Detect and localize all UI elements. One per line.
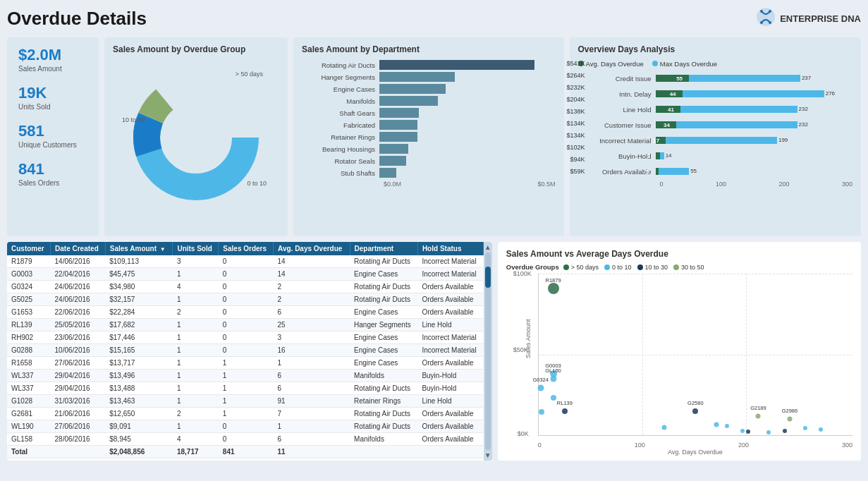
scroll-down-button[interactable]: ▼ bbox=[484, 451, 491, 459]
cell-sales-10: $13,488 bbox=[105, 382, 173, 395]
cell-units-11: 1 bbox=[173, 395, 219, 408]
col-dept[interactable]: Department bbox=[350, 242, 417, 255]
table-row-5: RL139 25/05/2016 $17,682 1 0 25 Hanger S… bbox=[7, 319, 483, 331]
cell-customer-0: R1879 bbox=[7, 255, 51, 268]
scatter-point-G1537 bbox=[746, 430, 750, 434]
overview-bars-1: 44 276 bbox=[656, 87, 852, 100]
kpi-orders-value: 841 bbox=[18, 160, 87, 178]
dept-bar-label-4: Shaft Gears bbox=[302, 109, 379, 117]
cell-dept-0: Rotating Air Ducts bbox=[350, 255, 417, 268]
col-orders[interactable]: Sales Orders bbox=[219, 242, 274, 255]
dept-chart-area: Rotating Air Ducts $541K Hanger Segments… bbox=[302, 60, 556, 229]
scatter-label-G2189: G2189 bbox=[750, 405, 766, 411]
page-title: Overdue Details bbox=[7, 8, 147, 30]
max-bar-4 bbox=[656, 137, 777, 144]
scatter-point-G1408 bbox=[725, 424, 729, 428]
cell-units-14: 4 bbox=[173, 433, 219, 446]
bottom-section: Customer Date Created Sales Amount ▼ Uni… bbox=[7, 242, 861, 461]
col-customer[interactable]: Customer bbox=[7, 242, 51, 255]
gridline-v2 bbox=[746, 274, 747, 435]
col-avgdays[interactable]: Avg. Days Overdue bbox=[274, 242, 350, 255]
table-body: R1879 14/06/2016 $109,113 3 0 14 Rotatin… bbox=[7, 255, 483, 458]
cell-units-5: 1 bbox=[173, 319, 219, 331]
cell-date-5: 25/05/2016 bbox=[51, 319, 106, 331]
cell-customer-5: RL139 bbox=[7, 319, 51, 331]
overview-label-4: Incorrect Material bbox=[578, 137, 656, 145]
dept-bar-label-8: Rotator Seals bbox=[302, 157, 379, 165]
overview-chart-area: Credit Issue 55 237 Intn. Delay 44 276 L… bbox=[578, 72, 852, 188]
cell-sales-1: $45,475 bbox=[105, 268, 173, 281]
ov-axis-2: 200 bbox=[778, 181, 789, 188]
total-orders: 841 bbox=[219, 446, 274, 458]
dept-bar-value-9: $59K bbox=[570, 168, 585, 175]
dept-bar-track-8: $94K bbox=[379, 156, 556, 166]
scroll-track[interactable] bbox=[485, 252, 491, 450]
cell-orders-5: 0 bbox=[219, 319, 274, 331]
cell-avgdays-6: 3 bbox=[274, 331, 350, 344]
table-total-row: Total $2,048,856 18,717 841 11 bbox=[7, 446, 483, 458]
cell-date-12: 21/06/2016 bbox=[51, 408, 106, 420]
donut-chart-title: Sales Amount by Overdue Group bbox=[113, 44, 279, 54]
gridline-top bbox=[539, 274, 852, 274]
scatter-legend-area: Overdue Groups > 50 days0 to 1010 to 303… bbox=[506, 263, 852, 271]
overview-row-2: Line Hold 41 232 bbox=[578, 103, 852, 116]
dept-bar-label-2: Engine Cases bbox=[302, 85, 379, 93]
gridline-v1 bbox=[642, 274, 643, 435]
table-row-14: GL158 28/06/2016 $8,945 4 0 6 Manifolds … bbox=[7, 433, 483, 446]
kpi-sales-orders: 841 Sales Orders bbox=[18, 160, 87, 187]
dept-bar-fill-5 bbox=[379, 120, 417, 130]
cell-avgdays-0: 14 bbox=[274, 255, 350, 268]
scatter-point-F0126 bbox=[661, 425, 666, 430]
dept-bar-fill-7 bbox=[379, 144, 408, 154]
scatter-point-R1879 bbox=[548, 283, 559, 294]
dept-bar-track-1: $264K bbox=[379, 72, 556, 82]
col-date[interactable]: Date Created bbox=[51, 242, 106, 255]
x-axis-title: Avg. Days Overdue bbox=[668, 449, 723, 456]
avg-bar-5 bbox=[656, 152, 660, 159]
cell-date-2: 24/06/2016 bbox=[51, 281, 106, 293]
cell-avgdays-4: 6 bbox=[274, 306, 350, 319]
cell-customer-2: G0324 bbox=[7, 281, 51, 293]
table-section: Customer Date Created Sales Amount ▼ Uni… bbox=[7, 242, 492, 461]
overview-label-2: Line Hold bbox=[578, 106, 656, 114]
dept-bar-value-4: $138K bbox=[566, 108, 585, 115]
max-bar-6 bbox=[656, 168, 690, 175]
dept-bar-label-5: Fabricated bbox=[302, 121, 379, 129]
col-sales[interactable]: Sales Amount ▼ bbox=[105, 242, 173, 255]
kpi-units-label: Units Sold bbox=[18, 103, 87, 111]
cell-orders-8: 1 bbox=[219, 357, 274, 370]
dept-bar-fill-8 bbox=[379, 156, 406, 166]
cell-orders-2: 0 bbox=[219, 281, 274, 293]
col-hold[interactable]: Hold Status bbox=[417, 242, 483, 255]
col-units[interactable]: Units Sold bbox=[173, 242, 219, 255]
cell-hold-10: Buyin-Hold bbox=[417, 382, 483, 395]
scatter-legend-item-3: 30 to 50 bbox=[673, 264, 704, 271]
legend-avg: Avg. Days Overdue bbox=[578, 60, 644, 68]
scatter-point-G0000 bbox=[766, 430, 771, 434]
table-wrapper: Customer Date Created Sales Amount ▼ Uni… bbox=[7, 242, 484, 461]
kpi-unique-customers: 581 Unique Customers bbox=[18, 122, 87, 149]
cell-hold-4: Orders Available bbox=[417, 306, 483, 319]
max-val-4: 199 bbox=[778, 137, 788, 143]
max-val-1: 276 bbox=[826, 90, 835, 97]
kpi-orders-label: Sales Orders bbox=[18, 179, 87, 187]
cell-hold-8: Orders Available bbox=[417, 357, 483, 370]
cell-avgdays-12: 7 bbox=[274, 408, 350, 420]
cell-date-1: 22/04/2016 bbox=[51, 268, 106, 281]
scroll-up-button[interactable]: ▲ bbox=[484, 243, 491, 251]
cell-sales-5: $17,682 bbox=[105, 319, 173, 331]
scroll-thumb[interactable] bbox=[485, 267, 491, 288]
max-val-6: 55 bbox=[690, 168, 697, 174]
overview-row-1: Intn. Delay 44 276 bbox=[578, 87, 852, 100]
cell-hold-0: Incorrect Material bbox=[417, 255, 483, 268]
scatter-legend-item-2: 10 to 30 bbox=[637, 264, 668, 271]
dept-bar-value-5: $134K bbox=[566, 120, 585, 127]
table-scrollbar[interactable]: ▲ ▼ bbox=[484, 242, 492, 461]
dna-icon bbox=[756, 7, 776, 30]
scatter-point-G2189 bbox=[756, 414, 761, 419]
avg-val-0: 55 bbox=[675, 75, 684, 83]
overview-bars-3: 34 232 bbox=[656, 118, 852, 131]
cell-customer-13: WL190 bbox=[7, 420, 51, 433]
cell-units-9: 1 bbox=[173, 370, 219, 382]
cell-dept-4: Engine Cases bbox=[350, 306, 417, 319]
